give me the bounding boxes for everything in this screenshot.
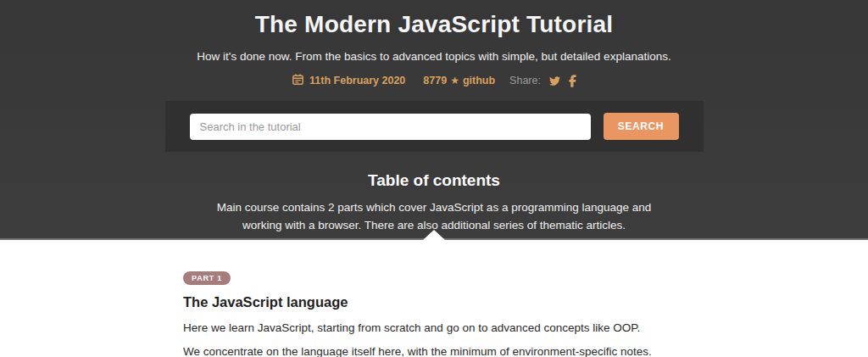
main-content: PART 1 The JavaScript language Here we l… [0,240,868,357]
twitter-icon [548,75,561,86]
part-title: The JavaScript language [183,294,868,310]
meta-row: 11th February 2020 8779 ★ github Share: [0,73,868,88]
toc-description: Main course contains 2 parts which cover… [0,198,868,234]
toc-description-line1: Main course contains 2 parts which cover… [217,201,652,214]
facebook-share-button[interactable] [569,75,576,87]
search-panel: SEARCH [165,101,704,152]
star-icon: ★ [450,75,459,86]
github-stars-count: 8779 [423,75,447,86]
github-stars-link[interactable]: 8779 ★ github [423,75,495,86]
notch-triangle [423,230,445,240]
toc-heading: Table of contents [0,171,868,190]
page-subtitle: How it's done now. From the basics to ad… [0,50,868,63]
search-input[interactable] [190,114,591,140]
facebook-icon [569,75,576,87]
twitter-share-button[interactable] [548,75,561,86]
search-button[interactable]: SEARCH [604,113,679,140]
calendar-icon [292,73,304,88]
publish-date-label: 11th February 2020 [309,75,405,86]
page-title: The Modern JavaScript Tutorial [0,0,868,38]
github-label: github [463,75,495,86]
publish-date: 11th February 2020 [292,73,405,88]
share-label: Share: [509,75,541,86]
part-paragraph-1: Here we learn JavaScript, starting from … [183,321,868,334]
header: The Modern JavaScript Tutorial How it's … [0,0,868,240]
part-paragraph-2: We concentrate on the language itself he… [183,345,868,357]
part-badge: PART 1 [183,271,231,285]
